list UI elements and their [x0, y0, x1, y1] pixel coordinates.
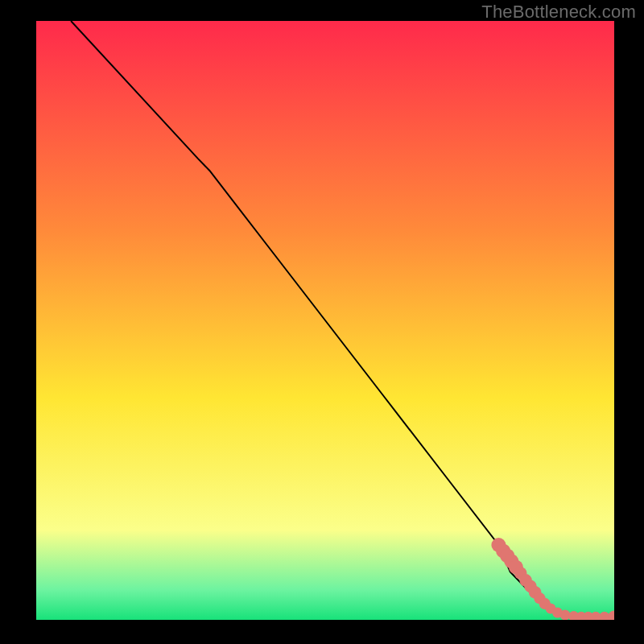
watermark-text: TheBottleneck.com [481, 2, 636, 23]
plot-area [36, 21, 614, 620]
chart-frame: TheBottleneck.com [0, 0, 644, 644]
chart-svg [36, 21, 614, 620]
